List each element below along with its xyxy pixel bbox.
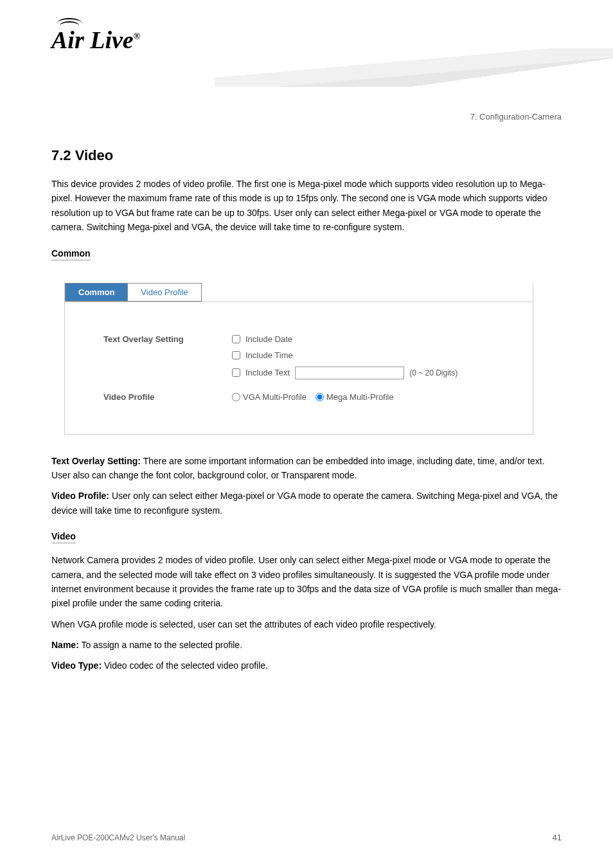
tab-bar: Common Video Profile bbox=[65, 283, 533, 302]
text-overlay-desc-title: Text Overlay Setting: bbox=[51, 456, 141, 466]
text-overlay-description: Text Overlay Setting: There are some imp… bbox=[51, 454, 562, 518]
section-title: 7.2 Video bbox=[51, 147, 562, 164]
header-decoration bbox=[215, 48, 613, 87]
include-date-label: Include Date bbox=[245, 334, 292, 344]
video-profile-row: Video Profile VGA Multi-Profile Mega Mul… bbox=[103, 392, 507, 402]
text-overlay-label: Text Overlay Setting bbox=[103, 334, 232, 344]
footer-left: AirLive POE-200CAMv2 User's Manual bbox=[51, 833, 185, 842]
logo-wifi-icon bbox=[57, 18, 82, 31]
video-para2: When VGA profile mode is selected, user … bbox=[51, 617, 562, 631]
page-number: 41 bbox=[553, 833, 562, 842]
include-date-row: Include Date bbox=[232, 334, 507, 344]
video-profile-desc-body: User only can select either Mega-pixel o… bbox=[51, 491, 558, 515]
vga-radio-label: VGA Multi-Profile bbox=[243, 392, 306, 402]
include-date-checkbox[interactable] bbox=[232, 335, 240, 343]
include-time-row: Include Time bbox=[232, 350, 507, 360]
tab-common[interactable]: Common bbox=[65, 283, 128, 302]
video-profile-controls: VGA Multi-Profile Mega Multi-Profile bbox=[232, 392, 507, 402]
intro-paragraph: This device provides 2 modes of video pr… bbox=[51, 177, 562, 235]
text-overlay-setting-row: Text Overlay Setting Include Date Includ… bbox=[103, 334, 507, 386]
video-profile-desc-title: Video Profile: bbox=[51, 491, 109, 501]
settings-panel: Common Video Profile Text Overlay Settin… bbox=[64, 283, 533, 435]
video-name-label: Name: bbox=[51, 640, 79, 650]
logo: Air Live® bbox=[51, 26, 140, 54]
video-type-body: Video codec of the selected video profil… bbox=[104, 660, 268, 671]
chapter-reference: 7. Configuration-Camera bbox=[51, 112, 562, 122]
text-overlay-controls: Include Date Include Time Include Text (… bbox=[232, 334, 507, 386]
include-time-checkbox[interactable] bbox=[232, 351, 240, 359]
include-text-label: Include Text bbox=[245, 368, 290, 377]
include-text-checkbox[interactable] bbox=[232, 368, 240, 377]
video-body: Network Camera provides 2 modes of video… bbox=[51, 553, 562, 673]
include-text-input[interactable] bbox=[295, 366, 404, 379]
settings-content: Text Overlay Setting Include Date Includ… bbox=[65, 302, 533, 415]
subsection-common: Common bbox=[51, 248, 91, 260]
include-text-row: Include Text (0 ~ 20 Digits) bbox=[232, 366, 507, 379]
registered-icon: ® bbox=[134, 32, 140, 41]
mega-radio[interactable] bbox=[315, 393, 324, 401]
video-profile-label: Video Profile bbox=[103, 392, 232, 402]
vga-radio[interactable] bbox=[232, 393, 240, 401]
tab-video-profile[interactable]: Video Profile bbox=[128, 283, 201, 302]
mega-radio-label: Mega Multi-Profile bbox=[326, 392, 394, 402]
video-para1: Network Camera provides 2 modes of video… bbox=[51, 553, 562, 611]
video-type-label: Video Type: bbox=[51, 660, 102, 671]
include-time-label: Include Time bbox=[245, 350, 293, 360]
include-text-hint: (0 ~ 20 Digits) bbox=[409, 368, 458, 377]
video-name-body: To assign a name to the selected profile… bbox=[81, 640, 242, 650]
subsection-video: Video bbox=[51, 531, 76, 543]
